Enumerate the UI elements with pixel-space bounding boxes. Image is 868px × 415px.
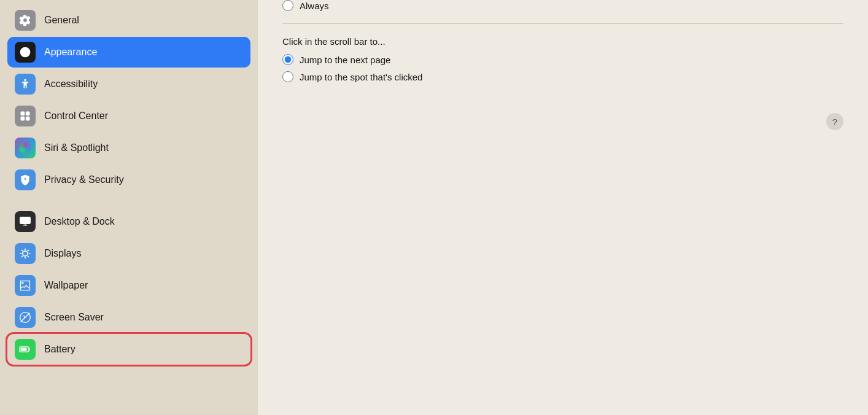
main-content: Always Click in the scroll bar to... Jum…	[258, 0, 868, 415]
help-container: ?	[282, 113, 843, 130]
scroll-bar-heading: Click in the scroll bar to...	[282, 36, 843, 47]
jump-next-row: Jump to the next page	[282, 54, 843, 65]
svg-rect-3	[26, 112, 30, 116]
sidebar-item-appearance[interactable]: Appearance	[7, 37, 250, 68]
help-button[interactable]: ?	[826, 113, 843, 130]
svg-line-16	[21, 256, 23, 257]
sidebar-item-accessibility[interactable]: Accessibility	[7, 69, 250, 99]
svg-point-1	[24, 79, 26, 81]
svg-rect-2	[21, 112, 25, 116]
divider	[282, 23, 843, 24]
sidebar-item-control-center[interactable]: Control Center	[7, 101, 250, 131]
jump-spot-radio[interactable]	[282, 71, 293, 82]
svg-rect-4	[21, 117, 25, 121]
svg-line-14	[28, 256, 29, 257]
sidebar-item-label: Displays	[44, 248, 81, 259]
sidebar-item-label: Accessibility	[44, 79, 98, 90]
svg-line-13	[21, 250, 23, 251]
sidebar-item-desktop[interactable]: Desktop & Dock	[7, 206, 250, 237]
svg-rect-5	[26, 117, 30, 121]
sidebar-item-battery[interactable]: Battery	[7, 334, 250, 365]
control-center-icon	[15, 106, 36, 126]
sidebar-item-label: Privacy & Security	[44, 174, 124, 185]
svg-point-0	[20, 47, 31, 58]
sidebar-item-label: General	[44, 15, 79, 26]
siri-gradient	[19, 142, 31, 154]
sidebar-item-displays[interactable]: Displays	[7, 238, 250, 269]
always-label[interactable]: Always	[300, 1, 329, 11]
sidebar-item-label: Battery	[44, 344, 76, 355]
desktop-icon	[15, 211, 36, 232]
sidebar: General Appearance Accessibility	[0, 0, 258, 415]
general-icon	[15, 10, 36, 31]
svg-rect-19	[21, 348, 27, 351]
always-radio[interactable]	[282, 0, 293, 11]
sidebar-item-privacy[interactable]: Privacy & Security	[7, 165, 250, 195]
jump-next-label[interactable]: Jump to the next page	[300, 55, 390, 65]
sidebar-item-label: Appearance	[44, 47, 97, 58]
jump-spot-row: Jump to the spot that's clicked	[282, 71, 843, 82]
accessibility-icon	[15, 74, 36, 95]
appearance-icon	[15, 42, 36, 63]
svg-rect-6	[20, 217, 31, 224]
sidebar-item-screensaver[interactable]: Screen Saver	[7, 302, 250, 333]
sidebar-item-label: Screen Saver	[44, 312, 104, 323]
screensaver-icon	[15, 307, 36, 328]
always-row: Always	[282, 0, 843, 17]
privacy-icon	[15, 169, 36, 190]
svg-point-8	[23, 251, 28, 256]
appearance-settings: Always Click in the scroll bar to... Jum…	[282, 0, 843, 88]
svg-point-17	[21, 282, 23, 284]
sidebar-item-wallpaper[interactable]: Wallpaper	[7, 270, 250, 301]
siri-icon	[15, 138, 36, 158]
sidebar-item-label: Desktop & Dock	[44, 216, 115, 227]
sidebar-item-label: Wallpaper	[44, 280, 88, 291]
battery-icon	[15, 339, 36, 360]
wallpaper-icon	[15, 275, 36, 296]
jump-spot-label[interactable]: Jump to the spot that's clicked	[300, 72, 422, 82]
sidebar-item-siri[interactable]: Siri & Spotlight	[7, 133, 250, 163]
jump-next-radio[interactable]	[282, 54, 293, 65]
sidebar-item-label: Siri & Spotlight	[44, 142, 109, 153]
sidebar-item-label: Control Center	[44, 111, 108, 122]
svg-line-15	[28, 250, 29, 251]
sidebar-item-general[interactable]: General	[7, 5, 250, 36]
displays-icon	[15, 243, 36, 264]
